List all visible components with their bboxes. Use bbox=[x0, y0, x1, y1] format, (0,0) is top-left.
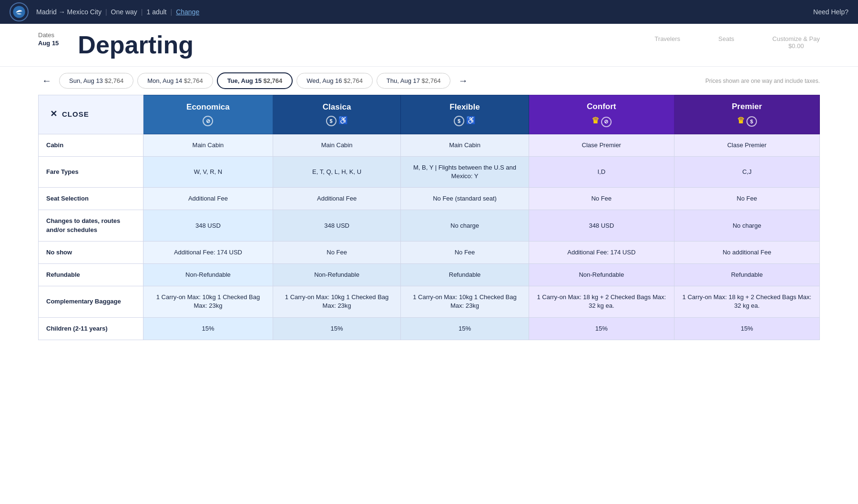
table-cell: W, V, R, N bbox=[143, 156, 273, 187]
travelers-count: 1 adult bbox=[146, 8, 166, 16]
no-meals-icon: ⊘ bbox=[203, 116, 213, 126]
table-cell: Main Cabin bbox=[401, 134, 529, 156]
table-cell: No additional Fee bbox=[674, 241, 819, 263]
table-cell: Main Cabin bbox=[273, 134, 400, 156]
row-label: Seat Selection bbox=[39, 188, 143, 210]
table-row: RefundableNon-RefundableNon-RefundableRe… bbox=[39, 264, 820, 286]
date-selector: ← Sun, Aug 13 $2,764 Mon, Aug 14 $2,764 … bbox=[0, 67, 858, 95]
fare-comparison-table: ✕ CLOSE Economica ⊘ Clasica bbox=[38, 95, 820, 340]
table-row: Seat SelectionAdditional FeeAdditional F… bbox=[39, 188, 820, 210]
table-cell: No charge bbox=[674, 210, 819, 241]
col-header-flexible: Flexible $ ♿ bbox=[401, 95, 529, 134]
table-cell: Non-Refundable bbox=[273, 264, 400, 286]
table-cell: Main Cabin bbox=[143, 134, 273, 156]
close-cell[interactable]: ✕ CLOSE bbox=[39, 95, 143, 134]
row-label: Changes to dates, routes and/or schedule… bbox=[39, 210, 143, 241]
table-cell: No Fee bbox=[401, 241, 529, 263]
dollar-circle-icon: $ bbox=[326, 116, 337, 126]
route-info: Madrid → Mexico City | One way | 1 adult… bbox=[36, 8, 199, 16]
table-cell: 15% bbox=[674, 317, 819, 340]
prev-date-button[interactable]: ← bbox=[38, 73, 55, 88]
change-button[interactable]: Change bbox=[176, 8, 199, 16]
next-date-button[interactable]: → bbox=[454, 73, 471, 88]
breadcrumb-seats: Seats bbox=[718, 35, 734, 42]
table-cell: 1 Carry-on Max: 10kg 1 Checked Bag Max: … bbox=[273, 286, 400, 317]
crown-icon-confort: ♛ bbox=[592, 116, 599, 125]
table-cell: 1 Carry-on Max: 10kg 1 Checked Bag Max: … bbox=[401, 286, 529, 317]
table-cell: Non-Refundable bbox=[143, 264, 273, 286]
col-header-premier: Premier ♛ $ bbox=[674, 95, 819, 134]
table-cell: Clase Premier bbox=[674, 134, 819, 156]
breadcrumb-nav: Travelers Seats Customize & Pay $0.00 bbox=[654, 31, 820, 66]
crown-icon-premier: ♛ bbox=[737, 116, 745, 125]
table-cell: Additional Fee: 174 USD bbox=[529, 241, 674, 263]
table-cell: No Fee bbox=[529, 188, 674, 210]
table-cell: 15% bbox=[529, 317, 674, 340]
table-cell: I,D bbox=[529, 156, 674, 187]
col-header-economica: Economica ⊘ bbox=[143, 95, 273, 134]
row-label: Cabin bbox=[39, 134, 143, 156]
table-cell: Refundable bbox=[401, 264, 529, 286]
table-cell: No charge bbox=[401, 210, 529, 241]
no-change-icon: ⊘ bbox=[601, 117, 612, 127]
dollar-circle-icon2: $ bbox=[454, 116, 464, 126]
dollar-circle-icon3: $ bbox=[746, 116, 757, 127]
table-row: CabinMain CabinMain CabinMain CabinClase… bbox=[39, 134, 820, 156]
col-header-clasica: Clasica $ ♿ bbox=[273, 95, 400, 134]
table-cell: Clase Premier bbox=[529, 134, 674, 156]
table-cell: Additional Fee bbox=[143, 188, 273, 210]
table-cell: 1 Carry-on Max: 18 kg + 2 Checked Bags M… bbox=[529, 286, 674, 317]
date-pill-1[interactable]: Mon, Aug 14 $2,764 bbox=[137, 73, 213, 89]
col-header-confort: Confort ♛ ⊘ bbox=[529, 95, 674, 134]
table-row: No showAdditional Fee: 174 USDNo FeeNo F… bbox=[39, 241, 820, 263]
date-pill-3[interactable]: Wed, Aug 16 $2,764 bbox=[296, 73, 373, 89]
table-cell: No Fee (standard seat) bbox=[401, 188, 529, 210]
row-label: No show bbox=[39, 241, 143, 263]
table-cell: No Fee bbox=[674, 188, 819, 210]
row-label: Complementary Baggage bbox=[39, 286, 143, 317]
table-cell: 348 USD bbox=[273, 210, 400, 241]
dates-section: Dates Aug 15 bbox=[38, 31, 59, 66]
table-cell: 15% bbox=[401, 317, 529, 340]
table-row: Fare TypesW, V, R, NE, T, Q, L, H, K, UM… bbox=[39, 156, 820, 187]
date-pill-4[interactable]: Thu, Aug 17 $2,764 bbox=[377, 73, 451, 89]
page-title: Departing bbox=[78, 31, 654, 66]
table-cell: Additional Fee bbox=[273, 188, 400, 210]
page-header: Dates Aug 15 Departing Travelers Seats C… bbox=[0, 24, 858, 67]
table-cell: 15% bbox=[273, 317, 400, 340]
airline-logo bbox=[10, 2, 29, 21]
table-cell: Additional Fee: 174 USD bbox=[143, 241, 273, 263]
seat-icon: ♿ bbox=[338, 116, 348, 124]
breadcrumb-customize-pay: Customize & Pay $0.00 bbox=[772, 35, 820, 50]
row-label: Children (2-11 years) bbox=[39, 317, 143, 340]
row-label: Fare Types bbox=[39, 156, 143, 187]
price-note: Prices shown are one way and include tax… bbox=[705, 78, 820, 84]
table-cell: 348 USD bbox=[143, 210, 273, 241]
table-header-row: ✕ CLOSE Economica ⊘ Clasica bbox=[39, 95, 820, 134]
table-cell: M, B, Y | Flights between the U.S and Me… bbox=[401, 156, 529, 187]
table-cell: 348 USD bbox=[529, 210, 674, 241]
row-label: Refundable bbox=[39, 264, 143, 286]
table-cell: 15% bbox=[143, 317, 273, 340]
table-cell: Non-Refundable bbox=[529, 264, 674, 286]
close-label: CLOSE bbox=[62, 110, 89, 118]
table-cell: E, T, Q, L, H, K, U bbox=[273, 156, 400, 187]
table-cell: No Fee bbox=[273, 241, 400, 263]
trip-type: One way bbox=[111, 8, 137, 16]
top-navigation: Madrid → Mexico City | One way | 1 adult… bbox=[0, 0, 858, 24]
table-cell: 1 Carry-on Max: 18 kg + 2 Checked Bags M… bbox=[674, 286, 819, 317]
table-cell: 1 Carry-on Max: 10kg 1 Checked Bag Max: … bbox=[143, 286, 273, 317]
route-text: Madrid → Mexico City bbox=[36, 8, 102, 16]
table-row: Changes to dates, routes and/or schedule… bbox=[39, 210, 820, 241]
table-row: Children (2-11 years)15%15%15%15%15% bbox=[39, 317, 820, 340]
dates-label: Dates bbox=[38, 31, 59, 39]
seat-icon2: ♿ bbox=[466, 116, 476, 124]
table-cell: C,J bbox=[674, 156, 819, 187]
table-cell: Refundable bbox=[674, 264, 819, 286]
dates-value: Aug 15 bbox=[38, 40, 59, 47]
breadcrumb-travelers: Travelers bbox=[654, 35, 680, 42]
need-help-text: Need Help? bbox=[813, 8, 848, 16]
date-pill-2[interactable]: Tue, Aug 15 $2,764 bbox=[217, 72, 293, 89]
fare-table-wrapper: ✕ CLOSE Economica ⊘ Clasica bbox=[0, 95, 858, 350]
date-pill-0[interactable]: Sun, Aug 13 $2,764 bbox=[59, 73, 133, 89]
